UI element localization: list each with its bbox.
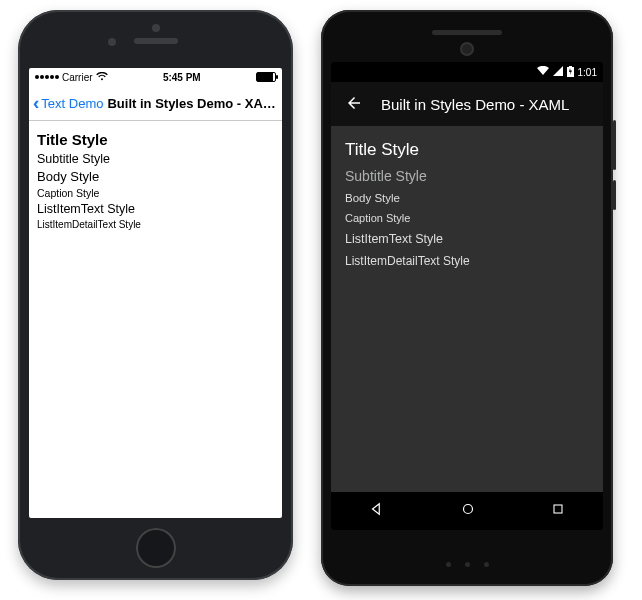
battery-icon <box>567 66 574 79</box>
label-caption-style: Caption Style <box>345 212 589 224</box>
android-content: Title Style Subtitle Style Body Style Ca… <box>331 126 603 492</box>
nav-home-button[interactable] <box>459 500 477 522</box>
ios-nav-bar: ‹ Text Demo Built in Styles Demo - XAML <box>29 86 282 121</box>
signal-strength-icon <box>35 75 59 79</box>
label-listitem-style: ListItemText Style <box>345 232 589 246</box>
front-camera <box>460 42 474 56</box>
svg-point-0 <box>463 505 472 514</box>
label-body-style: Body Style <box>345 192 589 204</box>
back-label: Text Demo <box>41 96 103 111</box>
label-caption-style: Caption Style <box>37 187 274 199</box>
android-status-bar: 1:01 <box>331 62 603 82</box>
clock-label: 1:01 <box>578 67 597 78</box>
nav-recents-button[interactable] <box>550 501 566 521</box>
volume-button <box>613 120 616 170</box>
android-screen: 1:01 Built in Styles Demo - XAML Title S… <box>331 62 603 530</box>
back-button[interactable] <box>345 94 363 115</box>
label-title-style: Title Style <box>345 140 589 160</box>
label-body-style: Body Style <box>37 169 274 184</box>
wifi-icon <box>96 72 108 83</box>
bottom-mic-grille <box>417 562 517 568</box>
label-subtitle-style: Subtitle Style <box>37 152 274 166</box>
device-speaker <box>432 30 502 35</box>
carrier-label: Carrier <box>62 72 93 83</box>
label-subtitle-style: Subtitle Style <box>345 168 589 184</box>
android-nav-bar <box>331 492 603 530</box>
android-app-bar: Built in Styles Demo - XAML <box>331 82 603 126</box>
iphone-device-frame: Carrier 5:45 PM ‹ Text Demo Built in Sty… <box>18 10 293 580</box>
ios-content: Title Style Subtitle Style Body Style Ca… <box>29 121 282 518</box>
label-title-style: Title Style <box>37 131 274 148</box>
iphone-screen: Carrier 5:45 PM ‹ Text Demo Built in Sty… <box>29 68 282 518</box>
android-device-frame: 1:01 Built in Styles Demo - XAML Title S… <box>321 10 613 586</box>
ios-status-bar: Carrier 5:45 PM <box>29 68 282 86</box>
back-button[interactable]: ‹ Text Demo <box>33 96 103 111</box>
clock-label: 5:45 PM <box>163 72 201 83</box>
signal-icon <box>553 66 563 78</box>
wifi-icon <box>537 66 549 78</box>
device-speaker <box>134 38 178 44</box>
label-listitem-style: ListItemText Style <box>37 202 274 216</box>
label-listdetail-style: ListItemDetailText Style <box>345 254 589 268</box>
page-title: Built in Styles Demo - XAML <box>381 96 569 113</box>
proximity-sensor <box>152 24 160 32</box>
label-listdetail-style: ListItemDetailText Style <box>37 219 274 230</box>
page-title: Built in Styles Demo - XAML <box>103 96 278 111</box>
home-button[interactable] <box>136 528 176 568</box>
battery-icon <box>256 72 276 82</box>
front-camera <box>108 38 116 46</box>
nav-back-button[interactable] <box>368 500 386 522</box>
arrow-left-icon <box>345 94 363 112</box>
svg-rect-1 <box>554 505 562 513</box>
power-button <box>613 180 616 210</box>
